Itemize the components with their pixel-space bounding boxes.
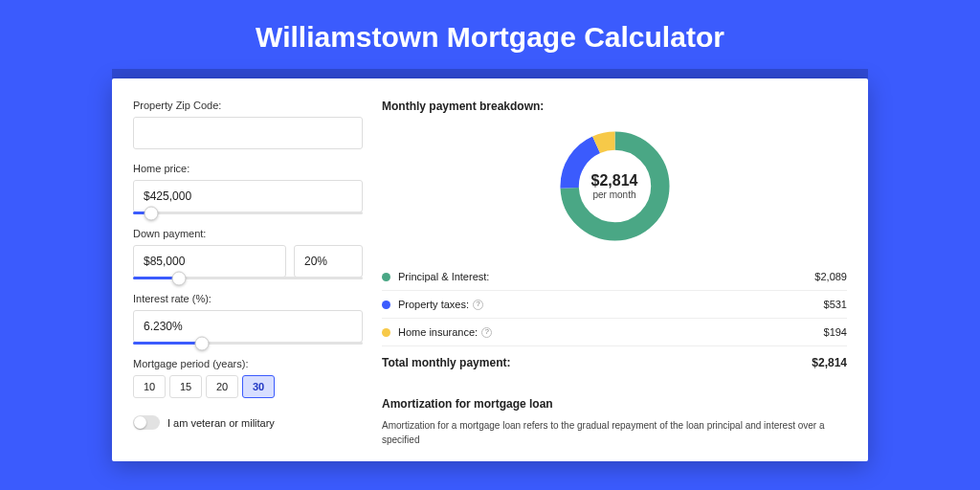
home-price-field-block: Home price: — [133, 163, 363, 214]
down-payment-percent-input[interactable] — [294, 245, 363, 278]
info-icon[interactable] — [481, 327, 492, 338]
zip-label: Property Zip Code: — [133, 100, 363, 111]
dot-icon — [382, 328, 390, 337]
period-option-30[interactable]: 30 — [242, 375, 275, 398]
veteran-toggle-row: I am veteran or military — [133, 415, 363, 430]
interest-rate-label: Interest rate (%): — [133, 293, 363, 304]
amortization-title: Amortization for mortgage loan — [382, 383, 847, 418]
legend-value-insurance: $194 — [824, 326, 847, 338]
down-payment-slider-thumb[interactable] — [172, 271, 187, 285]
page-title: Williamstown Mortgage Calculator — [256, 21, 724, 54]
breakdown-legend: Principal & Interest: $2,089 Property ta… — [382, 263, 847, 383]
breakdown-title: Monthly payment breakdown: — [382, 100, 847, 113]
home-price-slider-thumb[interactable] — [145, 206, 159, 220]
info-icon[interactable] — [473, 300, 483, 310]
home-price-input[interactable] — [133, 180, 363, 212]
legend-label-principal: Principal & Interest: — [398, 271, 814, 282]
period-option-20[interactable]: 20 — [206, 375, 238, 398]
page-root: Williamstown Mortgage Calculator Propert… — [0, 0, 980, 490]
mortgage-period-field-block: Mortgage period (years): 10 15 20 30 — [133, 358, 363, 398]
period-option-10[interactable]: 10 — [133, 375, 166, 398]
period-option-15[interactable]: 15 — [169, 375, 202, 398]
interest-rate-field-block: Interest rate (%): — [133, 293, 363, 345]
donut-value: $2,814 — [591, 172, 638, 189]
down-payment-field-block: Down payment: — [133, 228, 363, 279]
amortization-text: Amortization for a mortgage loan refers … — [382, 418, 847, 447]
mortgage-period-options: 10 15 20 30 — [133, 375, 363, 398]
donut-center: $2,814 per month — [555, 126, 675, 246]
inputs-panel: Property Zip Code: Home price: Down paym… — [133, 100, 363, 461]
legend-label-taxes: Property taxes: — [398, 299, 824, 310]
legend-row-insurance: Home insurance: $194 — [382, 319, 847, 346]
legend-label-insurance: Home insurance: — [398, 326, 824, 338]
donut-chart-wrap: $2,814 per month — [382, 126, 847, 246]
total-label: Total monthly payment: — [382, 356, 812, 369]
dot-icon — [382, 301, 390, 309]
legend-row-taxes: Property taxes: $531 — [382, 291, 847, 319]
calculator-card: Property Zip Code: Home price: Down paym… — [112, 78, 868, 461]
home-price-label: Home price: — [133, 163, 363, 174]
down-payment-slider[interactable] — [133, 277, 363, 279]
donut-subtext: per month — [592, 189, 635, 200]
mortgage-period-label: Mortgage period (years): — [133, 358, 363, 369]
legend-value-taxes: $531 — [824, 299, 847, 310]
breakdown-panel: Monthly payment breakdown: $2,814 per mo… — [382, 100, 847, 461]
donut-chart: $2,814 per month — [555, 126, 675, 246]
interest-rate-input[interactable] — [133, 310, 363, 343]
interest-rate-slider-thumb[interactable] — [195, 336, 210, 350]
dot-icon — [382, 273, 390, 281]
total-row: Total monthly payment: $2,814 — [382, 346, 847, 383]
home-price-slider[interactable] — [133, 212, 363, 214]
legend-value-principal: $2,089 — [814, 271, 847, 282]
veteran-label: I am veteran or military — [167, 417, 275, 429]
legend-row-principal: Principal & Interest: $2,089 — [382, 263, 847, 291]
down-payment-input[interactable] — [133, 245, 286, 278]
zip-input[interactable] — [133, 117, 363, 149]
total-value: $2,814 — [812, 356, 847, 369]
zip-field-block: Property Zip Code: — [133, 100, 363, 149]
veteran-toggle[interactable] — [133, 415, 160, 430]
veteran-toggle-knob — [134, 416, 146, 429]
interest-rate-slider[interactable] — [133, 342, 363, 345]
down-payment-label: Down payment: — [133, 228, 363, 239]
